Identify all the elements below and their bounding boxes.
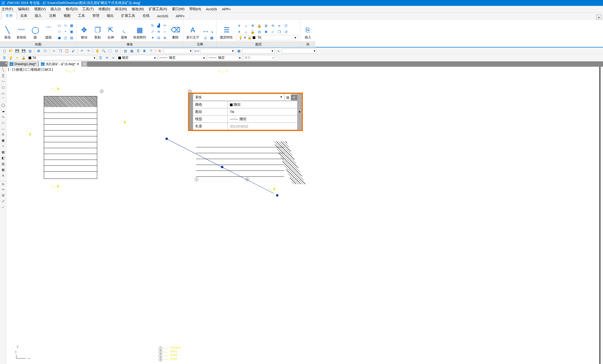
panel-drag-handle[interactable] [189,94,193,130]
layer-change-button[interactable]: ↺ [283,29,289,34]
copy-clip-button[interactable]: ❐ [58,48,63,54]
text-style-button[interactable]: A [157,48,162,54]
layer-cur-button[interactable]: ✓ [270,29,275,34]
tool-revcloud[interactable]: ☁ [1,108,6,114]
tool-modify-5[interactable]: ↔ [1,204,6,210]
layer-on-button[interactable]: ☀ [237,29,242,34]
menu-file[interactable]: 文件(F) [2,7,13,11]
rect-button[interactable]: ▭ [57,23,62,28]
tool-circle[interactable]: ◯ [1,102,6,108]
matchprop-button[interactable]: 🖌 [71,48,76,54]
join-button[interactable]: ⊕ [162,35,167,40]
preview-button[interactable]: 🖵 [42,48,48,54]
layer-state-button[interactable]: ☷ [283,23,289,28]
design-center-button[interactable]: ▦ [129,48,134,54]
tool-palettes-button[interactable]: ☰ [135,48,141,54]
table-style-dropdown[interactable]: ▾ [242,49,275,53]
tool-region[interactable]: ▤ [1,161,6,167]
layer-walk-button[interactable]: ≡ [277,23,282,28]
dim-style-dropdown[interactable]: ▾ [200,49,235,53]
ribbon-tab-solid[interactable]: 实体 [17,12,31,19]
panel-options-button[interactable]: ▤ [284,94,291,100]
ribbon-tab-manage[interactable]: 管理 [89,12,103,19]
panel-expand-button[interactable]: ▾ [297,94,302,130]
tool-ellipse[interactable]: ⬭ [1,120,6,125]
table-button[interactable]: ▦ [209,35,214,40]
cut-button[interactable]: ✂ [51,48,57,54]
properties-button[interactable]: ▤ [123,48,128,54]
boundary-button[interactable]: ◫ [63,35,68,40]
tool-pline[interactable]: 〰 [1,79,6,84]
explode-button[interactable]: ✦ [150,35,155,40]
lineweight-dropdown[interactable]: 随层▾ [207,55,242,61]
layer-merge-button[interactable]: ⊟ [257,29,262,34]
move-button[interactable]: ✥移动 [79,21,89,40]
circle-button[interactable]: ◯圆 [30,21,41,40]
ribbon-tab-output[interactable]: 输出 [103,12,118,19]
tool-arc[interactable]: ⌒ [1,97,6,102]
menu-app-plus[interactable]: APP+ [222,7,231,11]
menu-format[interactable]: 格式(O) [66,7,78,11]
panel-close-button[interactable]: ✕ [291,94,297,100]
erase-button[interactable]: ⌫删除 [170,21,181,40]
save-button[interactable]: 💾 [14,48,20,54]
tool-point[interactable]: • [1,144,6,149]
ribbon-tab-view[interactable]: 视图 [60,12,74,19]
leader-button[interactable]: ↘ [209,29,214,34]
tool-mtext[interactable]: A [1,173,6,178]
layer-bulb-button[interactable]: 💡 [8,55,13,61]
tool-modify-3[interactable]: ⊟ [1,193,6,198]
prop-linetype-value[interactable]: 随层 [228,116,297,123]
tool-modify-4[interactable]: ⤢ [1,199,6,204]
ribbon-tab-home[interactable]: 常用 [2,12,17,19]
prop-layer-value[interactable]: TK [228,108,297,116]
mirror-button[interactable]: ▟ [156,23,161,28]
ribbon-tab-online[interactable]: 在线 [139,12,153,19]
doc-tab-1[interactable]: DWG Drawing1.dwg* [7,61,38,67]
text-style-dropdown[interactable]: ▾ [163,49,193,53]
layer-unlock-button2[interactable]: 🔓 [21,55,26,61]
layer-thaw-button[interactable]: ☼ [243,29,249,34]
drawing-canvas[interactable]: [-][俯视][二维线框][WCS] ⊥___⊥ ⊥___⊥ 9 ⌐__▮ ▮ … [6,67,603,364]
layer-off-button[interactable]: ☼ [243,23,249,28]
layer-prev2-button[interactable]: ⟲ [104,55,109,61]
block-insert-button[interactable]: ⎘插入 [303,21,313,40]
open-button[interactable]: 📂 [8,48,13,54]
tool-block[interactable]: ▣ [1,138,6,143]
ribbon-tab-arcgis[interactable]: ArcGIS [153,13,172,19]
layer-iso2-button[interactable]: ☰ [98,55,103,61]
mleader-style-dropdown[interactable]: ▾ [282,49,317,53]
menu-dimension[interactable]: 标注(N) [115,7,127,11]
ribbon-tab-app-plus[interactable]: APP+ [172,13,189,19]
layer-unlock-button[interactable]: 🔓 [250,29,255,34]
mleader-style-button[interactable]: ↘ [276,48,281,54]
tool-ellipse-arc[interactable]: ⌓ [1,126,6,131]
help-button[interactable]: ? [148,48,154,54]
linetype-dropdown[interactable]: 随层▾ [158,55,206,61]
zoom-window-button[interactable]: ⊡ [114,48,119,54]
menu-draw[interactable]: 绘图(D) [99,7,110,11]
menu-tools[interactable]: 工具(T) [82,7,94,11]
ribbon-minimize-button[interactable]: ▴ [596,15,601,19]
extend-button[interactable]: ↔ [162,29,167,34]
tool-modify-2[interactable]: ✂ [1,187,6,192]
menu-edit[interactable]: 编辑(E) [18,7,29,11]
layer-dropdown[interactable]: 💡 ☀ 🔓 TK ▾ [237,35,298,40]
region-button[interactable]: ▣ [69,29,74,34]
trim-button[interactable]: ✂ [162,23,167,28]
layer-manager-button[interactable]: ☰ [2,55,7,61]
fillet-button[interactable]: ◟圆角 [119,21,130,40]
tool-modify-1[interactable]: ↻ [1,181,6,186]
break-button[interactable]: ⊟ [156,35,161,40]
tool-xline[interactable]: ╳ [1,73,6,78]
plot-button[interactable]: 🖶 [36,48,41,54]
ribbon-tab-extend[interactable]: 扩展工具 [118,12,139,19]
new-button[interactable]: ▢ [2,48,7,54]
selection-grip-end[interactable] [276,194,278,196]
menu-insert[interactable]: 插入(I) [50,7,61,11]
plotstyle-dropdown[interactable]: 随色▾ [243,55,275,61]
tool-spline[interactable]: ∿ [1,114,6,120]
tool-insert[interactable]: ⎘ [1,132,6,137]
menu-extend-tools[interactable]: 扩展工具(X) [149,7,167,11]
offset-button[interactable]: ≋ [156,29,161,34]
